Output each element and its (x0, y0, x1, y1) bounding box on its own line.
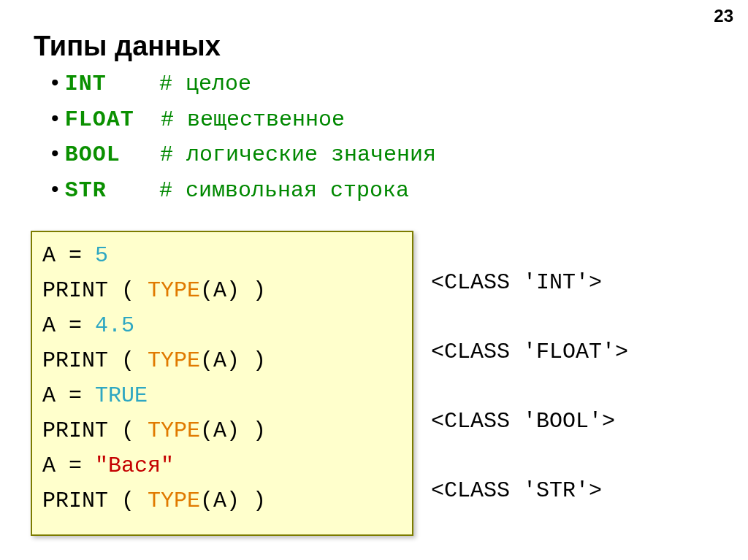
code-line: PRINT ( TYPE(A) ) (42, 343, 402, 378)
type-keyword: STR (65, 178, 107, 203)
type-comment: # вещественное (161, 107, 345, 132)
code-line: PRINT ( TYPE(A) ) (42, 483, 402, 518)
page-number: 23 (714, 6, 733, 26)
outputs-column: <CLASS 'INT'> <CLASS 'FLOAT'> <CLASS 'BO… (431, 265, 628, 508)
type-comment: # целое (159, 72, 251, 96)
type-comment: # символьная строка (159, 178, 409, 203)
code-box: A = 5 PRINT ( TYPE(A) ) A = 4.5 PRINT ( … (31, 231, 413, 536)
code-line: A = 5 (42, 238, 402, 273)
output-line: <CLASS 'FLOAT'> (431, 334, 628, 404)
code-line: PRINT ( TYPE(A) ) (42, 273, 402, 308)
type-row-str: • STR # символьная строка (51, 172, 436, 208)
type-comment: # логические значения (160, 142, 436, 167)
type-row-int: • INT # целое (51, 66, 436, 101)
output-line: <CLASS 'STR'> (431, 473, 628, 508)
output-line: <CLASS 'BOOL'> (431, 404, 628, 473)
output-line: <CLASS 'INT'> (431, 265, 628, 334)
slide-title: Типы данных (34, 31, 221, 62)
type-row-float: • FLOAT # вещественное (51, 101, 436, 137)
code-line: A = 4.5 (42, 308, 402, 343)
type-keyword: FLOAT (65, 107, 134, 132)
code-line: PRINT ( TYPE(A) ) (42, 413, 402, 448)
type-row-bool: • BOOL # логические значения (51, 137, 436, 172)
code-line: A = "Вася" (42, 448, 402, 483)
code-line: A = TRUE (42, 378, 402, 413)
type-keyword: INT (65, 72, 107, 96)
type-keyword: BOOL (65, 142, 121, 167)
types-list: • INT # целое • FLOAT # вещественное • B… (51, 66, 436, 207)
